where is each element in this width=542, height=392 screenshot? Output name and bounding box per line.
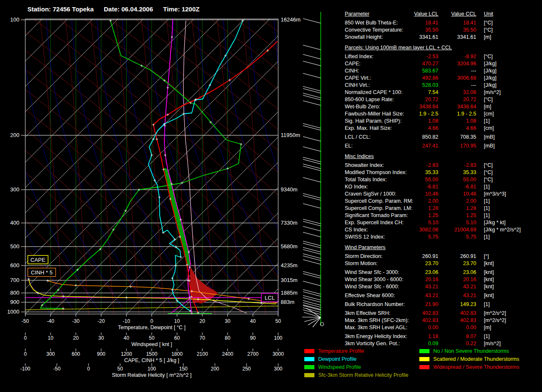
svg-text:-40: -40 — [47, 318, 54, 324]
param-value-lcl: 23.06 — [414, 269, 438, 276]
x-axis: -50-40-30-20-1001020304050Temperature, D… — [21, 314, 281, 330]
svg-text:500: 500 — [10, 243, 19, 250]
param-row: Modified Thompson Index:35.3335.33[°C] — [345, 169, 540, 176]
param-unit: [1] — [476, 183, 490, 191]
param-value-ccl: 1.9 - 2.5 — [438, 110, 476, 118]
svg-text:1500: 1500 — [146, 351, 158, 357]
param-unit: [J/kg] — [476, 67, 496, 75]
param-label: 3km Effective SRH: — [345, 310, 414, 317]
severity-legend-item: No / Non Severe Thunderstorms — [419, 347, 519, 355]
svg-text:LCL: LCL — [265, 295, 275, 301]
param-label: Max. 3km SRH Level AGL: — [345, 324, 414, 331]
param-value-ccl: -6.81 — [438, 183, 476, 191]
param-row: Max. 3km SRH (SFC-2km):402.83402.83[m^2/… — [345, 317, 540, 324]
legend-swatch-icon — [419, 365, 429, 369]
svg-text:50: 50 — [275, 318, 281, 324]
param-label: 3km Vorticity Gen. Pot.: — [345, 340, 414, 347]
param-row: Convective Temperature:35.5035.50[°C] — [345, 27, 540, 34]
param-label: Wind Shear 3000 - 6000: — [345, 276, 414, 283]
param-label: Wind Shear Sfc - 3000: — [345, 269, 414, 276]
param-unit: [J/kg * kt] — [476, 219, 505, 226]
param-row: KO Index:-6.81-6.81[1] — [345, 183, 540, 191]
param-value-ccl: 3438.64 — [438, 103, 476, 110]
param-label: Sig. Hail Param. (SHIP): — [345, 118, 414, 125]
svg-text:16246m: 16246m — [281, 16, 301, 23]
param-row: CS Index:3082.0821004.69[J/kg * m^2/s^2] — [345, 226, 540, 234]
param-unit: [1] — [476, 234, 490, 241]
param-row: LCL / CCL:850.82708.35[mB] — [345, 134, 540, 141]
param-value-ccl: 3204.96 — [438, 60, 476, 67]
param-label: CAPE: — [345, 60, 414, 67]
param-value-lcl: 1.08 — [414, 118, 438, 125]
severity-legend: No / Non Severe ThunderstormsScattered /… — [419, 347, 519, 371]
svg-text:30: 30 — [225, 318, 231, 324]
profile-legend: Temperature ProfileDewpoint ProfileWinds… — [304, 347, 408, 379]
legend-swatch-icon — [304, 357, 314, 361]
legend-swatch-icon — [304, 365, 314, 369]
svg-text:CINH * 5: CINH * 5 — [31, 269, 52, 276]
legend-label: Sfc-3km Storm Relative Helicity Profile — [318, 372, 408, 378]
param-value-lcl: 402.83 — [414, 317, 438, 324]
param-value-ccl: 4.66 — [438, 125, 476, 132]
param-unit: [mB] — [476, 142, 495, 150]
param-value-lcl: 35.33 — [414, 169, 438, 176]
svg-text:900: 900 — [10, 299, 19, 305]
svg-text:1800: 1800 — [172, 351, 183, 357]
svg-text:10: 10 — [174, 318, 180, 324]
param-row: Showalter Index:-2.83-2.83[°C] — [345, 162, 540, 169]
svg-text:50: 50 — [149, 335, 155, 341]
param-unit: [m^3/s^3] — [476, 191, 506, 198]
wind-barb-column — [302, 12, 324, 327]
param-value-ccl: 23.70 — [438, 260, 476, 267]
param-unit: [m] — [476, 324, 491, 331]
param-label: Supercell Comp. Param. RM: — [345, 198, 414, 205]
severity-legend-item: Widespread / Severe Thunderstorms — [419, 363, 519, 371]
svg-text:CAPE, CINH * 5 [ J/kg ]: CAPE, CINH * 5 [ J/kg ] — [124, 357, 180, 363]
param-value-ccl: 5.75 — [438, 234, 476, 241]
param-label: CINH Virt.: — [345, 82, 414, 89]
param-value-lcl: 583.67 — [414, 67, 438, 75]
svg-text:-10: -10 — [123, 318, 130, 324]
svg-text:0: 0 — [150, 318, 153, 324]
param-value-ccl: --- — [438, 82, 476, 89]
table-header: ParameterValue LCLValue CCLUnit — [345, 10, 540, 19]
x-axis: 0102030405060708090100Windspeed [ knt ] — [24, 333, 283, 347]
param-row: Craven SigSvr / 1000:10.4610.46[m^3/s^3] — [345, 191, 540, 198]
param-unit: [°C] — [476, 176, 493, 183]
param-value-lcl: 23.70 — [414, 260, 438, 267]
param-value-ccl: 43.21 — [438, 283, 476, 290]
param-value-ccl: 0.22 — [438, 340, 476, 347]
param-unit: [m] — [476, 103, 491, 110]
param-label: Exp. Max. Hail Size: — [345, 125, 414, 132]
param-unit: [cm] — [476, 125, 494, 132]
svg-text:Temperature, Dewpoint [ °C ]: Temperature, Dewpoint [ °C ] — [118, 325, 186, 330]
param-value-ccl: 35.33 — [438, 169, 476, 176]
param-row: 3km Vorticity Gen. Pot.:0.090.22[m/s^2] — [345, 340, 540, 347]
param-value-lcl: 10.46 — [414, 191, 438, 198]
svg-text:Storm Relative Helicity [ m^2/: Storm Relative Helicity [ m^2/s^2 ] — [112, 372, 192, 378]
param-label: Max. 3km SRH (SFC-2km): — [345, 317, 414, 324]
param-value-ccl: -2.83 — [438, 162, 476, 169]
svg-text:100: 100 — [274, 335, 282, 341]
svg-text:90: 90 — [250, 335, 256, 341]
svg-text:-50: -50 — [53, 366, 61, 372]
param-value-ccl: 170.95 — [438, 142, 476, 150]
param-unit: [knt] — [476, 269, 494, 276]
param-row: 850-600 Lapse Rate:20.7220.72[°C] — [345, 96, 540, 103]
param-row: Supercell Comp. Param. LM:1.281.28[1] — [345, 205, 540, 212]
param-unit: [knt] — [476, 283, 494, 290]
svg-text:80: 80 — [225, 335, 231, 341]
param-row: Wind Shear Sfc - 6000:43.2143.21[knt] — [345, 283, 540, 290]
param-row: 850 Wet Bulb Theta-E:18.4118.41[°C] — [345, 19, 540, 27]
param-value-ccl: 149.23 — [438, 301, 476, 308]
legend-label: Scattered / Moderate Thunderstorms — [433, 356, 519, 362]
param-value-lcl: -2.53 — [414, 53, 438, 60]
param-unit: [°C] — [476, 162, 493, 169]
param-value-lcl: 260.91 — [414, 253, 438, 260]
param-unit: [mB] — [476, 134, 495, 141]
svg-text:0: 0 — [24, 335, 27, 341]
legend-label: Temperature Profile — [318, 348, 364, 354]
param-value-ccl: 32.06 — [438, 89, 476, 96]
svg-text:-20: -20 — [97, 318, 105, 324]
param-value-ccl: 23.06 — [438, 269, 476, 276]
